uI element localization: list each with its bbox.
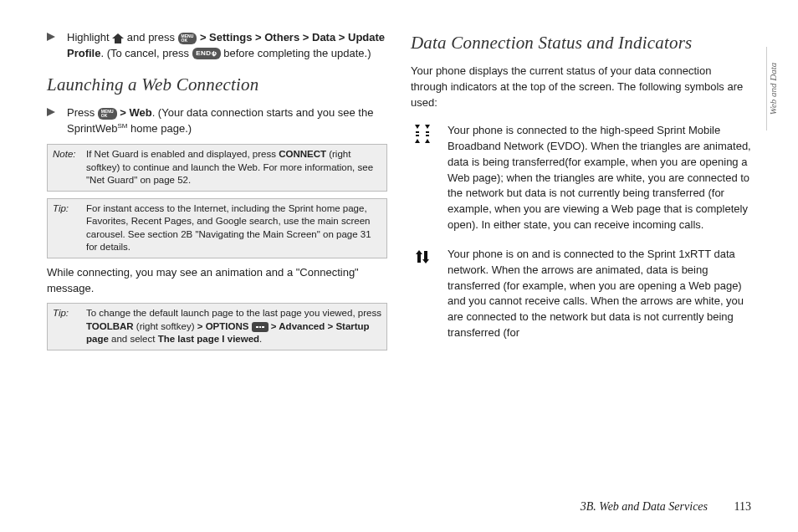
right-column: Data Connection Status and Indicators Yo… xyxy=(411,30,751,473)
menu-ok-key-icon: MENUOK xyxy=(178,33,197,44)
bullet-marker-icon xyxy=(47,30,60,62)
svg-marker-16 xyxy=(422,251,429,263)
heading-launching-web: Launching a Web Connection xyxy=(47,72,387,97)
svg-rect-5 xyxy=(259,326,261,328)
chevron-icon: > xyxy=(197,321,206,331)
tip-body: For instant access to the Internet, incl… xyxy=(86,202,381,254)
menu-ok-key-icon: MENUOK xyxy=(98,108,117,120)
chevron-icon: > xyxy=(255,31,264,43)
text: To change the default launch page to the… xyxy=(86,308,381,318)
path-settings: Settings xyxy=(209,31,252,43)
status-intro: Your phone displays the current status o… xyxy=(411,64,751,111)
path-web: Web xyxy=(129,106,151,119)
step-text: Highlight and press MENUOK > Settings > … xyxy=(67,30,387,62)
svg-marker-15 xyxy=(416,250,422,263)
text: If Net Guard is enabled and displayed, p… xyxy=(86,149,279,159)
text: (right softkey) xyxy=(134,321,197,331)
tip-label: Tip: xyxy=(53,202,81,254)
svg-marker-14 xyxy=(425,139,430,143)
evdo-triangles-icon xyxy=(411,123,434,233)
path-advanced: Advanced xyxy=(279,321,325,331)
svg-marker-0 xyxy=(47,33,55,41)
options-key-icon xyxy=(252,322,269,332)
symbol-row-evdo: Your phone is connected to the high-spee… xyxy=(411,123,751,233)
chevron-icon: > xyxy=(303,31,312,43)
bullet-marker-icon xyxy=(47,105,60,137)
path-others: Others xyxy=(264,31,299,43)
step-highlight-home: Highlight and press MENUOK > Settings > … xyxy=(47,30,387,62)
page-footer: 3B. Web and Data Services 113 xyxy=(581,499,751,515)
tip-box-startup-page: Tip: To change the default launch page t… xyxy=(47,303,387,350)
note-label: Note: xyxy=(53,148,81,187)
path-options: OPTIONS xyxy=(206,321,249,331)
left-column: Highlight and press MENUOK > Settings > … xyxy=(47,30,387,473)
1xrtt-description: Your phone is on and is connected to the… xyxy=(448,247,751,341)
option-last-page: The last page I viewed xyxy=(158,334,259,344)
chevron-icon: > xyxy=(200,31,209,43)
svg-rect-10 xyxy=(426,131,429,133)
service-mark: SM xyxy=(117,122,127,130)
chevron-icon: > xyxy=(120,106,129,119)
text: . (To cancel, press xyxy=(100,47,192,59)
text: . xyxy=(259,334,262,344)
path-data: Data xyxy=(312,31,335,43)
evdo-description: Your phone is connected to the high-spee… xyxy=(448,123,751,233)
svg-rect-12 xyxy=(426,135,429,136)
footer-section: 3B. Web and Data Services xyxy=(581,500,708,513)
end-key-icon: END⏻ xyxy=(192,48,221,59)
tip-label: Tip: xyxy=(53,307,81,346)
two-column-layout: Highlight and press MENUOK > Settings > … xyxy=(47,30,751,473)
home-icon xyxy=(112,33,124,43)
connect-softkey: CONNECT xyxy=(279,149,326,159)
connecting-paragraph: While connecting, you may see an animati… xyxy=(47,265,387,297)
1xrtt-arrows-icon xyxy=(411,247,434,341)
note-box-netguard: Note: If Net Guard is enabled and displa… xyxy=(47,144,387,192)
svg-marker-2 xyxy=(47,108,55,116)
svg-rect-4 xyxy=(256,326,258,328)
svg-marker-8 xyxy=(425,125,430,129)
page-number: 113 xyxy=(734,500,751,513)
chevron-icon: > xyxy=(327,321,335,331)
svg-rect-6 xyxy=(262,326,264,328)
tip-body: To change the default launch page to the… xyxy=(86,307,381,346)
step-text: Press MENUOK > Web. (Your data connectio… xyxy=(67,105,387,137)
note-body: If Net Guard is enabled and displayed, p… xyxy=(86,148,381,187)
text: Press xyxy=(67,106,98,119)
toolbar-softkey: TOOLBAR xyxy=(86,321,134,331)
chevron-icon: > xyxy=(339,31,348,43)
tip-box-instant-access: Tip: For instant access to the Internet,… xyxy=(47,198,387,258)
text: and select xyxy=(109,334,158,344)
side-tab: Web and Data xyxy=(766,47,781,130)
svg-marker-7 xyxy=(415,125,420,129)
svg-marker-1 xyxy=(112,33,124,43)
step-press-web: Press MENUOK > Web. (Your data connectio… xyxy=(47,105,387,137)
svg-rect-11 xyxy=(416,135,419,136)
text: and press xyxy=(127,31,178,43)
symbol-row-1xrtt: Your phone is on and is connected to the… xyxy=(411,247,751,341)
chevron-icon: > xyxy=(271,321,279,331)
text: before completing the update.) xyxy=(223,47,371,59)
text: home page.) xyxy=(127,122,192,135)
svg-marker-13 xyxy=(415,139,420,143)
text: Highlight xyxy=(67,31,112,43)
heading-data-status: Data Connection Status and Indicators xyxy=(411,30,751,55)
side-tab-label: Web and Data xyxy=(768,63,781,115)
svg-rect-9 xyxy=(416,131,419,133)
